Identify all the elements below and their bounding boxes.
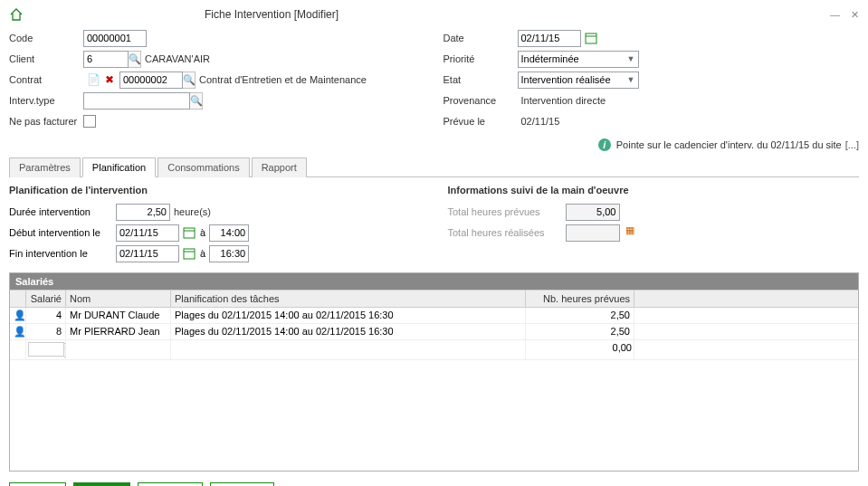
info-more-link[interactable]: [...] (845, 139, 859, 150)
cell-planif: Plages du 02/11/2015 14:00 au 02/11/2015… (171, 308, 526, 323)
planification-panel: Planification de l'intervention Durée in… (9, 185, 859, 265)
col-planif[interactable]: Planification des tâches (171, 291, 526, 307)
contrats-button[interactable]: Contrats (138, 482, 203, 486)
edit-salarie-input[interactable] (28, 342, 64, 357)
col-nom[interactable]: Nom (66, 291, 171, 307)
window-title: Fiche Intervention [Modifier] (205, 8, 339, 21)
col-icon (10, 291, 26, 307)
tab-planification[interactable]: Planification (82, 157, 156, 177)
cell-nom-empty (66, 340, 171, 359)
label-total-prevues: Total heures prévues (448, 206, 566, 217)
etat-value: Intervention réalisée (521, 74, 611, 85)
minimize-icon[interactable]: — (830, 9, 840, 21)
quitter-button[interactable]: Quitter (9, 482, 66, 486)
interv-type-input[interactable] (83, 92, 190, 110)
facturer-button[interactable]: Facturer (210, 482, 274, 486)
priorite-select[interactable]: Indéterminée ▼ (518, 51, 639, 68)
window: Fiche Intervention [Modifier] — ✕ Code C… (0, 0, 868, 486)
info-message: Pointe sur le cadencier d'interv. du 02/… (616, 139, 842, 150)
home-icon[interactable] (9, 7, 24, 22)
total-realisees-input (566, 224, 620, 242)
tab-consommations[interactable]: Consommations (157, 157, 249, 177)
contrat-action-icons: 📄 ✖ (86, 72, 117, 87)
svg-rect-0 (586, 33, 596, 43)
ne-pas-facturer-checkbox[interactable] (83, 115, 96, 128)
label-interv-type: Interv.type (9, 95, 83, 106)
window-controls: — ✕ (830, 9, 859, 21)
contrat-remove-icon[interactable]: ✖ (102, 72, 117, 87)
label-code: Code (9, 33, 83, 43)
footer: Quitter Valider Contrats Facturer % ◫ 🖨 … (9, 482, 859, 486)
contrat-link-icon[interactable]: 📄 (86, 72, 100, 87)
lookup-client-icon[interactable]: 🔍 (129, 51, 141, 68)
label-provenance: Provenance (444, 95, 518, 106)
debut-time-input[interactable] (209, 224, 249, 242)
provenance-value: Intervention directe (518, 95, 606, 106)
label-total-realisees: Total heures réalisées (448, 227, 566, 238)
cell-planif: Plages du 02/11/2015 14:00 au 02/11/2015… (171, 324, 526, 339)
lookup-interv-type-icon[interactable]: 🔍 (190, 92, 203, 110)
form-header: Code Client 🔍 CARAVAN'AIR Contrat 📄 ✖ 🔍 … (9, 29, 859, 133)
salaries-grid: Salariés Salarié Nom Planification des t… (9, 272, 859, 472)
titlebar: Fiche Intervention [Modifier] — ✕ (9, 7, 859, 22)
tab-rapport[interactable]: Rapport (252, 157, 307, 177)
grid-title: Salariés (10, 273, 858, 290)
cell-salarie: 8 (26, 324, 66, 339)
valider-button[interactable]: Valider (73, 482, 130, 486)
priorite-value: Indéterminée (521, 53, 579, 64)
table-row[interactable]: 👤 4 Mr DURANT Claude Plages du 02/11/201… (10, 308, 858, 324)
cell-planif-empty (171, 340, 526, 359)
label-priorite: Priorité (444, 53, 518, 64)
client-name: CARAVAN'AIR (141, 53, 210, 64)
calendar-icon[interactable] (182, 224, 196, 242)
svg-rect-4 (184, 249, 195, 259)
close-icon[interactable]: ✕ (851, 9, 859, 21)
col-hp[interactable]: Nb. heures prévues (526, 291, 634, 307)
cell-hp-edit: 0,00 (526, 340, 634, 359)
planif-title: Planification de l'intervention (9, 185, 421, 195)
row-icon: 👤 (10, 324, 26, 339)
chevron-down-icon: ▼ (627, 54, 635, 63)
tabbar: Paramètres Planification Consommations R… (9, 157, 859, 177)
calendar-icon[interactable] (182, 245, 196, 262)
label-debut: Début intervention le (9, 227, 116, 238)
duree-input[interactable] (116, 204, 170, 221)
prevue-le-value: 02/11/15 (518, 116, 560, 127)
code-input[interactable] (83, 30, 147, 47)
label-ne-pas-facturer: Ne pas facturer (9, 116, 83, 127)
fin-date-input[interactable] (116, 245, 179, 262)
table-row-edit[interactable]: 🔍 0,00 (10, 340, 858, 360)
col-salarie[interactable]: Salarié (26, 291, 66, 307)
label-duree: Durée intervention (9, 206, 116, 217)
row-icon: 👤 (10, 308, 26, 323)
detail-icon[interactable]: ▦ (625, 224, 642, 241)
label-prevue-le: Prévue le (444, 116, 518, 127)
calendar-icon[interactable] (584, 30, 598, 47)
label-a2: à (200, 248, 205, 259)
cell-nom: Mr PIERRARD Jean (66, 324, 171, 339)
debut-date-input[interactable] (116, 224, 179, 242)
chevron-down-icon: ▼ (627, 75, 635, 84)
fin-time-input[interactable] (209, 245, 249, 262)
label-client: Client (9, 53, 83, 64)
mo-title: Informations suivi de la main d'oeuvre (448, 185, 860, 195)
info-line: i Pointe sur le cadencier d'interv. du 0… (9, 138, 859, 151)
row-icon-empty (10, 340, 26, 359)
etat-select[interactable]: Intervention réalisée ▼ (518, 71, 639, 89)
cell-hp: 2,50 (526, 308, 634, 323)
grid-body[interactable]: 👤 4 Mr DURANT Claude Plages du 02/11/201… (10, 308, 858, 471)
grid-header: Salarié Nom Planification des tâches Nb.… (10, 290, 858, 308)
cell-nom: Mr DURANT Claude (66, 308, 171, 323)
client-code-input[interactable] (83, 51, 129, 68)
tab-parametres[interactable]: Paramètres (9, 157, 81, 177)
total-prevues-input (566, 204, 620, 221)
svg-rect-2 (184, 228, 195, 238)
table-row[interactable]: 👤 8 Mr PIERRARD Jean Plages du 02/11/201… (10, 324, 858, 340)
contrat-code-input[interactable] (119, 71, 183, 89)
label-a1: à (200, 227, 205, 238)
lookup-contrat-icon[interactable]: 🔍 (183, 71, 196, 89)
label-heures: heure(s) (170, 206, 211, 217)
contrat-name: Contrat d'Entretien et de Maintenance (196, 74, 367, 85)
date-input[interactable] (518, 30, 581, 47)
label-contrat: Contrat (9, 74, 83, 85)
